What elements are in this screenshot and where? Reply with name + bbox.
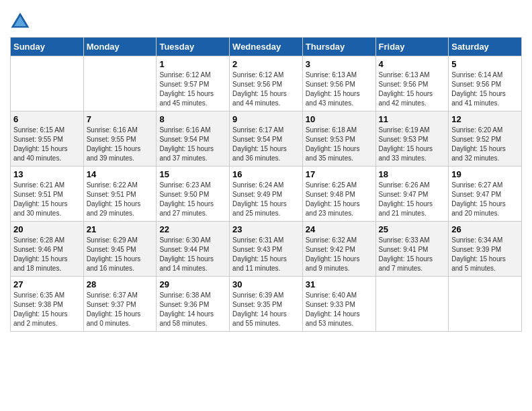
day-cell xyxy=(11,56,84,111)
day-info: Sunrise: 6:21 AM Sunset: 9:51 PM Dayligh… xyxy=(13,181,81,218)
day-number: 21 xyxy=(87,224,154,234)
day-cell: 17Sunrise: 6:25 AM Sunset: 9:48 PM Dayli… xyxy=(302,167,375,222)
day-number: 6 xyxy=(13,114,81,124)
day-number: 13 xyxy=(13,169,81,179)
week-row-2: 6Sunrise: 6:15 AM Sunset: 9:55 PM Daylig… xyxy=(11,111,522,167)
day-cell: 8Sunrise: 6:16 AM Sunset: 9:54 PM Daylig… xyxy=(157,111,230,167)
day-cell: 2Sunrise: 6:12 AM Sunset: 9:56 PM Daylig… xyxy=(230,56,303,111)
day-cell: 6Sunrise: 6:15 AM Sunset: 9:55 PM Daylig… xyxy=(11,111,84,167)
day-number: 14 xyxy=(87,169,154,179)
week-row-4: 20Sunrise: 6:28 AM Sunset: 9:46 PM Dayli… xyxy=(11,222,522,277)
week-row-5: 27Sunrise: 6:35 AM Sunset: 9:38 PM Dayli… xyxy=(11,277,522,332)
day-info: Sunrise: 6:17 AM Sunset: 9:54 PM Dayligh… xyxy=(232,126,300,163)
day-cell: 28Sunrise: 6:37 AM Sunset: 9:37 PM Dayli… xyxy=(83,277,157,332)
day-number: 5 xyxy=(451,59,519,69)
day-info: Sunrise: 6:32 AM Sunset: 9:42 PM Dayligh… xyxy=(306,236,373,273)
day-cell: 14Sunrise: 6:22 AM Sunset: 9:51 PM Dayli… xyxy=(83,167,157,222)
day-cell: 24Sunrise: 6:32 AM Sunset: 9:42 PM Dayli… xyxy=(302,222,375,277)
day-cell: 16Sunrise: 6:24 AM Sunset: 9:49 PM Dayli… xyxy=(230,167,303,222)
day-info: Sunrise: 6:39 AM Sunset: 9:35 PM Dayligh… xyxy=(232,291,300,328)
weekday-thursday: Thursday xyxy=(302,38,375,56)
day-info: Sunrise: 6:25 AM Sunset: 9:48 PM Dayligh… xyxy=(306,181,373,218)
day-cell: 7Sunrise: 6:16 AM Sunset: 9:55 PM Daylig… xyxy=(83,111,157,167)
day-cell: 19Sunrise: 6:27 AM Sunset: 9:47 PM Dayli… xyxy=(449,167,522,222)
day-number: 20 xyxy=(13,224,81,234)
week-row-1: 1Sunrise: 6:12 AM Sunset: 9:57 PM Daylig… xyxy=(11,56,522,111)
day-cell: 31Sunrise: 6:40 AM Sunset: 9:33 PM Dayli… xyxy=(302,277,375,332)
day-number: 30 xyxy=(232,279,300,289)
day-number: 4 xyxy=(379,59,446,69)
day-info: Sunrise: 6:12 AM Sunset: 9:57 PM Dayligh… xyxy=(159,71,226,108)
day-info: Sunrise: 6:35 AM Sunset: 9:38 PM Dayligh… xyxy=(13,291,81,328)
day-cell: 25Sunrise: 6:33 AM Sunset: 9:41 PM Dayli… xyxy=(375,222,449,277)
day-info: Sunrise: 6:13 AM Sunset: 9:56 PM Dayligh… xyxy=(306,71,373,108)
day-info: Sunrise: 6:38 AM Sunset: 9:36 PM Dayligh… xyxy=(159,291,226,328)
weekday-header-row: SundayMondayTuesdayWednesdayThursdayFrid… xyxy=(11,38,522,56)
day-info: Sunrise: 6:40 AM Sunset: 9:33 PM Dayligh… xyxy=(306,291,373,328)
day-info: Sunrise: 6:18 AM Sunset: 9:53 PM Dayligh… xyxy=(306,126,373,163)
day-cell: 23Sunrise: 6:31 AM Sunset: 9:43 PM Dayli… xyxy=(230,222,303,277)
day-number: 28 xyxy=(87,279,154,289)
day-cell: 22Sunrise: 6:30 AM Sunset: 9:44 PM Dayli… xyxy=(157,222,230,277)
day-info: Sunrise: 6:19 AM Sunset: 9:53 PM Dayligh… xyxy=(379,126,446,163)
day-number: 2 xyxy=(232,59,300,69)
day-number: 26 xyxy=(451,224,519,234)
page-header xyxy=(10,10,522,30)
day-info: Sunrise: 6:26 AM Sunset: 9:47 PM Dayligh… xyxy=(379,181,446,218)
day-cell: 20Sunrise: 6:28 AM Sunset: 9:46 PM Dayli… xyxy=(11,222,84,277)
weekday-friday: Friday xyxy=(375,38,449,56)
day-info: Sunrise: 6:31 AM Sunset: 9:43 PM Dayligh… xyxy=(232,236,300,273)
logo xyxy=(10,10,32,30)
day-info: Sunrise: 6:23 AM Sunset: 9:50 PM Dayligh… xyxy=(159,181,226,218)
day-number: 23 xyxy=(232,224,300,234)
day-cell: 11Sunrise: 6:19 AM Sunset: 9:53 PM Dayli… xyxy=(375,111,449,167)
day-info: Sunrise: 6:30 AM Sunset: 9:44 PM Dayligh… xyxy=(159,236,226,273)
day-number: 31 xyxy=(306,279,373,289)
day-number: 24 xyxy=(306,224,373,234)
day-info: Sunrise: 6:29 AM Sunset: 9:45 PM Dayligh… xyxy=(87,236,154,273)
weekday-saturday: Saturday xyxy=(449,38,522,56)
day-cell: 12Sunrise: 6:20 AM Sunset: 9:52 PM Dayli… xyxy=(449,111,522,167)
day-number: 9 xyxy=(232,114,300,124)
day-cell: 13Sunrise: 6:21 AM Sunset: 9:51 PM Dayli… xyxy=(11,167,84,222)
day-cell: 10Sunrise: 6:18 AM Sunset: 9:53 PM Dayli… xyxy=(302,111,375,167)
day-cell xyxy=(375,277,449,332)
day-number: 1 xyxy=(159,59,226,69)
day-cell: 18Sunrise: 6:26 AM Sunset: 9:47 PM Dayli… xyxy=(375,167,449,222)
day-number: 16 xyxy=(232,169,300,179)
day-number: 17 xyxy=(306,169,373,179)
day-number: 27 xyxy=(13,279,81,289)
day-number: 11 xyxy=(379,114,446,124)
day-info: Sunrise: 6:15 AM Sunset: 9:55 PM Dayligh… xyxy=(13,126,81,163)
day-info: Sunrise: 6:33 AM Sunset: 9:41 PM Dayligh… xyxy=(379,236,446,273)
week-row-3: 13Sunrise: 6:21 AM Sunset: 9:51 PM Dayli… xyxy=(11,167,522,222)
day-cell: 1Sunrise: 6:12 AM Sunset: 9:57 PM Daylig… xyxy=(157,56,230,111)
day-cell: 21Sunrise: 6:29 AM Sunset: 9:45 PM Dayli… xyxy=(83,222,157,277)
day-cell xyxy=(83,56,157,111)
day-info: Sunrise: 6:27 AM Sunset: 9:47 PM Dayligh… xyxy=(451,181,519,218)
day-number: 7 xyxy=(87,114,154,124)
day-number: 18 xyxy=(379,169,446,179)
day-number: 8 xyxy=(159,114,226,124)
calendar-table: SundayMondayTuesdayWednesdayThursdayFrid… xyxy=(10,37,522,332)
day-cell: 3Sunrise: 6:13 AM Sunset: 9:56 PM Daylig… xyxy=(302,56,375,111)
day-info: Sunrise: 6:16 AM Sunset: 9:55 PM Dayligh… xyxy=(87,126,154,163)
day-cell: 5Sunrise: 6:14 AM Sunset: 9:56 PM Daylig… xyxy=(449,56,522,111)
day-info: Sunrise: 6:20 AM Sunset: 9:52 PM Dayligh… xyxy=(451,126,519,163)
calendar-body: 1Sunrise: 6:12 AM Sunset: 9:57 PM Daylig… xyxy=(11,56,522,332)
day-number: 10 xyxy=(306,114,373,124)
day-cell: 15Sunrise: 6:23 AM Sunset: 9:50 PM Dayli… xyxy=(157,167,230,222)
day-number: 19 xyxy=(451,169,519,179)
day-cell: 30Sunrise: 6:39 AM Sunset: 9:35 PM Dayli… xyxy=(230,277,303,332)
day-number: 22 xyxy=(159,224,226,234)
weekday-wednesday: Wednesday xyxy=(230,38,303,56)
logo-icon xyxy=(10,10,30,30)
day-number: 29 xyxy=(159,279,226,289)
day-number: 25 xyxy=(379,224,446,234)
day-cell: 4Sunrise: 6:13 AM Sunset: 9:56 PM Daylig… xyxy=(375,56,449,111)
day-info: Sunrise: 6:34 AM Sunset: 9:39 PM Dayligh… xyxy=(451,236,519,273)
day-number: 3 xyxy=(306,59,373,69)
day-info: Sunrise: 6:12 AM Sunset: 9:56 PM Dayligh… xyxy=(232,71,300,108)
weekday-tuesday: Tuesday xyxy=(157,38,230,56)
day-cell: 9Sunrise: 6:17 AM Sunset: 9:54 PM Daylig… xyxy=(230,111,303,167)
